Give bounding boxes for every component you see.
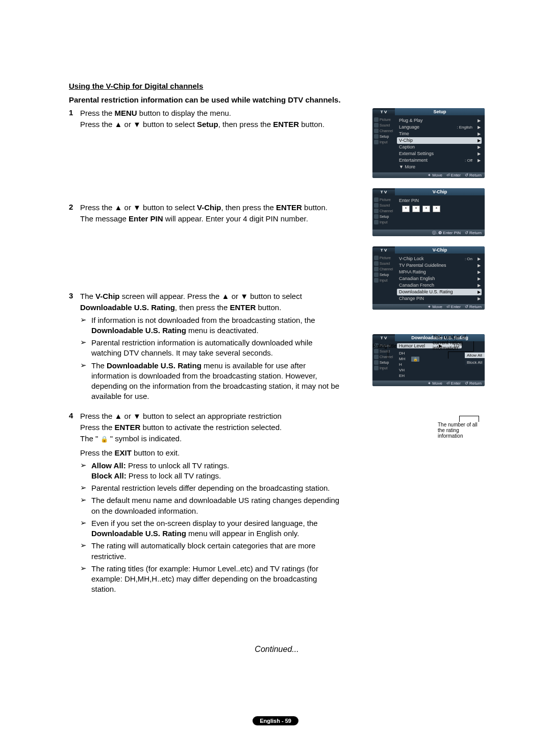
step3-line1: The V-Chip screen will appear. Press the… [80, 291, 340, 301]
step-number: 4 [69, 411, 80, 595]
chevron-right-icon: ▶ [478, 296, 481, 301]
step4-line3: The " 🔒 " symbol is indicated. [80, 434, 340, 444]
enter-pin-label: Enter PIN [397, 197, 482, 204]
picture-icon [374, 197, 379, 202]
enter-icon: ⏎ [446, 173, 450, 178]
note-arrow-icon: ➢ [80, 541, 91, 562]
pin-digit[interactable]: * [412, 206, 420, 212]
chevron-right-icon: ▶ [478, 158, 481, 163]
rating-row[interactable]: VH [397, 367, 462, 373]
annotation-num-all: The number of all the rating information [438, 422, 480, 439]
step3-note3: The Downloadable U.S. Rating menu is ava… [91, 361, 340, 402]
channel-icon [374, 355, 379, 359]
note-arrow-icon: ➢ [80, 518, 91, 539]
annotation-num-current: The number of current rating information [433, 334, 473, 351]
menu-item[interactable]: Time▶ [397, 131, 482, 137]
menu-item[interactable]: External Settings▶ [397, 150, 482, 157]
step1-line1: Press the MENU button to display the men… [80, 108, 340, 118]
step4-note1: Allow All: Press to unlock all TV rating… [91, 461, 340, 482]
osd-footer: ✦Move ⏎Enter ↺Return [372, 381, 485, 386]
step-3: 3 The V-Chip screen will appear. Press t… [69, 291, 340, 402]
pin-digit[interactable]: * [422, 206, 430, 212]
menu-item[interactable]: Plug & Play▶ [397, 117, 482, 124]
menu-item[interactable]: Change PIN▶ [397, 295, 482, 302]
osd-footer: ⓪..❾Enter PIN ↺Return [372, 230, 485, 236]
input-icon [374, 220, 379, 224]
step4-note2: Parental restriction levels differ depen… [91, 483, 340, 493]
chevron-right-icon: ▶ [478, 151, 481, 157]
step4-line4: Press the EXIT button to exit. [80, 448, 340, 458]
menu-item[interactable]: Canadian French▶ [397, 282, 482, 289]
allow-all-button[interactable]: Allow All [465, 352, 485, 358]
return-icon: ↺ [465, 173, 468, 178]
move-icon: ✦ [428, 381, 431, 386]
menu-item[interactable]: Entertainment: Off▶ [397, 157, 482, 164]
osd-tv-label: T V [372, 190, 395, 194]
chevron-right-icon: ▶ [478, 269, 481, 275]
two-columns: 1 Press the MENU button to display the m… [69, 108, 485, 604]
osd-sidebar: Picture Sound Channel Setup Input [372, 254, 395, 304]
setup-icon [374, 360, 379, 365]
pin-entry[interactable]: * * * * [397, 204, 482, 212]
osd-setup: T V Setup Picture Sound Channel Setup In… [372, 108, 485, 178]
osd-sidebar: Picture Sound Channel Setup Input [372, 115, 395, 172]
lock-icon: 🔒 [101, 435, 108, 443]
return-icon: ↺ [465, 231, 468, 235]
channel-icon [374, 209, 379, 213]
chevron-right-icon: ▶ [478, 138, 481, 143]
note-arrow-icon: ➢ [80, 564, 91, 595]
note-arrow-icon: ➢ [80, 361, 91, 402]
sound-icon [374, 123, 379, 128]
note-arrow-icon: ➢ [80, 461, 91, 482]
rating-row[interactable]: H [397, 362, 462, 367]
step-4: 4 Press the ▲ or ▼ button to select an a… [69, 411, 340, 595]
pin-digit[interactable]: * [433, 206, 440, 212]
note-arrow-icon: ➢ [80, 338, 91, 359]
osd4-wrapper: Rating title The number of current ratin… [351, 334, 485, 451]
rating-row[interactable]: MH🔒 [397, 356, 462, 362]
annotation-rating-title: Rating title [372, 343, 396, 349]
move-icon: ✦ [428, 305, 431, 309]
page: Using the V-Chip for Digital channels Pa… [0, 0, 551, 654]
page-heading: Using the V-Chip for Digital channels [69, 82, 485, 90]
input-icon [374, 278, 379, 283]
continued-label: Continued... [69, 645, 485, 654]
menu-item[interactable]: V-Chip Lock: On▶ [397, 256, 482, 262]
menu-item-downloadable[interactable]: Downloadable U.S. Rating▶ [397, 289, 482, 295]
sound-icon [374, 349, 379, 354]
step4-note3: The default menu name and downloadable U… [91, 495, 340, 516]
picture-icon [374, 256, 379, 260]
block-all-button[interactable]: Block All [465, 360, 485, 365]
osd-tv-label: T V [372, 336, 395, 340]
step3-note1: If information is not downloaded from th… [91, 315, 340, 336]
step4-note5: The rating will automatically block cert… [91, 541, 340, 562]
step2-line1: Press the ▲ or ▼ button to select V-Chip… [80, 203, 340, 213]
return-icon: ↺ [465, 305, 468, 309]
step-2: 2 Press the ▲ or ▼ button to select V-Ch… [69, 203, 340, 225]
menu-item[interactable]: Language: English▶ [397, 124, 482, 131]
note-arrow-icon: ➢ [80, 483, 91, 493]
number-icon: ⓪..❾ [432, 230, 442, 236]
chevron-right-icon: ▶ [478, 256, 481, 262]
move-icon: ✦ [428, 173, 431, 178]
menu-item-more[interactable]: ▼ More [397, 164, 482, 170]
menu-item[interactable]: MPAA Rating▶ [397, 269, 482, 275]
menu-item[interactable]: TV Parental Guidelines▶ [397, 262, 482, 269]
menu-item[interactable]: Canadian English▶ [397, 275, 482, 282]
chevron-right-icon: ▶ [478, 289, 481, 295]
sound-icon [374, 261, 379, 266]
note-arrow-icon: ➢ [80, 315, 91, 336]
channel-icon [374, 267, 379, 271]
pin-digit[interactable]: * [402, 206, 410, 212]
menu-item[interactable]: Caption▶ [397, 144, 482, 150]
osd-tv-label: T V [372, 110, 395, 114]
osd-title-vchip: V-Chip [395, 246, 485, 254]
setup-icon [374, 134, 379, 139]
step-number: 1 [69, 108, 80, 131]
rating-row[interactable]: EH [397, 373, 462, 379]
osd-title-setup: Setup [395, 108, 485, 115]
input-icon [374, 140, 379, 144]
step-number: 2 [69, 203, 80, 225]
menu-item-vchip[interactable]: V-Chip▶ [397, 137, 482, 144]
chevron-right-icon: ▶ [478, 283, 481, 288]
